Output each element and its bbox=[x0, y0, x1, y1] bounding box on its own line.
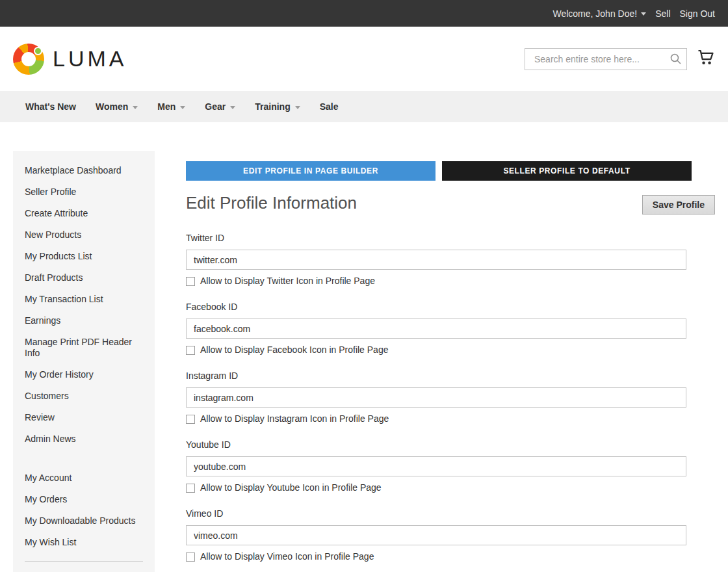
main-nav: What's New Women Men Gear Training Sale bbox=[0, 91, 728, 122]
nav-item-men[interactable]: Men bbox=[148, 91, 195, 122]
sidebar-item-my-wish-list[interactable]: My Wish List bbox=[13, 532, 155, 553]
main-panel: EDIT PROFILE IN PAGE BUILDER SELLER PROF… bbox=[155, 151, 715, 572]
nav-label: Men bbox=[157, 101, 176, 112]
chevron-down-icon bbox=[230, 106, 235, 109]
nav-item-gear[interactable]: Gear bbox=[195, 91, 245, 122]
chevron-down-icon bbox=[641, 12, 646, 16]
youtube-checkbox-row: Allow to Display Youtube Icon in Profile… bbox=[186, 482, 715, 493]
instagram-checkbox-row: Allow to Display Instagram Icon in Profi… bbox=[186, 413, 715, 424]
sidebar-item-my-products-list[interactable]: My Products List bbox=[13, 246, 155, 267]
welcome-text: Welcome, John Doe! bbox=[552, 8, 637, 19]
twitter-checkbox-label: Allow to Display Twitter Icon in Profile… bbox=[200, 276, 375, 287]
sidebar-item-marketplace-dashboard[interactable]: Marketplace Dashboard bbox=[13, 160, 155, 181]
header: LUMA bbox=[0, 27, 728, 91]
facebook-id-input[interactable] bbox=[186, 318, 686, 339]
twitter-display-checkbox[interactable] bbox=[186, 277, 195, 286]
search-input[interactable] bbox=[525, 48, 687, 70]
sidebar: Marketplace Dashboard Seller Profile Cre… bbox=[13, 151, 155, 572]
vimeo-checkbox-row: Allow to Display Vimeo Icon in Profile P… bbox=[186, 551, 715, 562]
youtube-checkbox-label: Allow to Display Youtube Icon in Profile… bbox=[200, 482, 382, 493]
nav-label: Training bbox=[255, 101, 290, 112]
field-group-twitter: Twitter ID Allow to Display Twitter Icon… bbox=[186, 233, 715, 287]
youtube-display-checkbox[interactable] bbox=[186, 484, 195, 493]
action-button-row: EDIT PROFILE IN PAGE BUILDER SELLER PROF… bbox=[186, 161, 692, 181]
chevron-down-icon bbox=[180, 106, 185, 109]
field-group-instagram: Instagram ID Allow to Display Instagram … bbox=[186, 370, 715, 424]
cart-icon[interactable] bbox=[697, 49, 715, 66]
nav-item-training[interactable]: Training bbox=[245, 91, 309, 122]
content-area: Marketplace Dashboard Seller Profile Cre… bbox=[0, 122, 728, 572]
field-group-youtube: Youtube ID Allow to Display Youtube Icon… bbox=[186, 439, 715, 493]
sidebar-item-my-downloadable-products[interactable]: My Downloadable Products bbox=[13, 510, 155, 532]
facebook-checkbox-row: Allow to Display Facebook Icon in Profil… bbox=[186, 344, 715, 356]
nav-item-sale[interactable]: Sale bbox=[310, 91, 348, 122]
sidebar-item-my-order-history[interactable]: My Order History bbox=[13, 364, 155, 385]
sidebar-item-manage-print-pdf-header-info[interactable]: Manage Print PDF Header Info bbox=[13, 332, 155, 364]
instagram-checkbox-label: Allow to Display Instagram Icon in Profi… bbox=[200, 413, 389, 424]
youtube-id-label: Youtube ID bbox=[186, 439, 715, 450]
field-group-vimeo: Vimeo ID Allow to Display Vimeo Icon in … bbox=[186, 508, 715, 562]
chevron-down-icon bbox=[295, 106, 300, 109]
vimeo-checkbox-label: Allow to Display Vimeo Icon in Profile P… bbox=[200, 551, 374, 562]
page-title: Edit Profile Information bbox=[186, 193, 357, 213]
sidebar-item-new-products[interactable]: New Products bbox=[13, 224, 155, 246]
sidebar-account-list: My Account My Orders My Downloadable Pro… bbox=[13, 467, 155, 553]
nav-item-whats-new[interactable]: What's New bbox=[16, 91, 86, 122]
youtube-id-input[interactable] bbox=[186, 456, 686, 476]
sidebar-divider bbox=[25, 561, 143, 562]
save-profile-button[interactable]: Save Profile bbox=[642, 195, 715, 214]
facebook-checkbox-label: Allow to Display Facebook Icon in Profil… bbox=[200, 344, 388, 356]
sidebar-item-seller-profile[interactable]: Seller Profile bbox=[13, 181, 155, 203]
instagram-id-input[interactable] bbox=[186, 387, 686, 408]
profile-form: Twitter ID Allow to Display Twitter Icon… bbox=[186, 233, 715, 562]
nav-label: What's New bbox=[25, 101, 76, 112]
facebook-display-checkbox[interactable] bbox=[186, 346, 195, 355]
sidebar-item-my-orders[interactable]: My Orders bbox=[13, 489, 155, 510]
title-row: Edit Profile Information Save Profile bbox=[186, 193, 715, 214]
sidebar-item-earnings[interactable]: Earnings bbox=[13, 310, 155, 332]
sell-link[interactable]: Sell bbox=[655, 8, 670, 19]
vimeo-id-input[interactable] bbox=[186, 525, 686, 545]
sidebar-item-admin-news[interactable]: Admin News bbox=[13, 428, 155, 450]
facebook-id-label: Facebook ID bbox=[186, 302, 715, 313]
nav-label: Women bbox=[96, 101, 128, 112]
chevron-down-icon bbox=[133, 106, 138, 109]
luma-logo-icon bbox=[13, 44, 44, 75]
sidebar-item-create-attribute[interactable]: Create Attribute bbox=[13, 203, 155, 224]
topbar: Welcome, John Doe! Sell Sign Out bbox=[0, 0, 728, 27]
sign-out-link[interactable]: Sign Out bbox=[680, 8, 715, 19]
edit-profile-page-builder-button[interactable]: EDIT PROFILE IN PAGE BUILDER bbox=[186, 161, 436, 181]
nav-label: Sale bbox=[320, 101, 339, 112]
twitter-id-input[interactable] bbox=[186, 250, 686, 270]
field-group-facebook: Facebook ID Allow to Display Facebook Ic… bbox=[186, 302, 715, 356]
sidebar-marketplace-list: Marketplace Dashboard Seller Profile Cre… bbox=[13, 160, 155, 450]
sidebar-item-review[interactable]: Review bbox=[13, 407, 155, 428]
search-box bbox=[525, 48, 687, 70]
vimeo-display-checkbox[interactable] bbox=[186, 552, 195, 562]
instagram-display-checkbox[interactable] bbox=[186, 415, 195, 424]
nav-label: Gear bbox=[205, 101, 226, 112]
sidebar-item-my-account[interactable]: My Account bbox=[13, 467, 155, 489]
nav-item-women[interactable]: Women bbox=[86, 91, 148, 122]
seller-profile-to-default-button[interactable]: SELLER PROFILE TO DEFAULT bbox=[442, 161, 692, 181]
welcome-menu[interactable]: Welcome, John Doe! bbox=[552, 8, 646, 19]
twitter-checkbox-row: Allow to Display Twitter Icon in Profile… bbox=[186, 276, 715, 287]
search-icon[interactable] bbox=[670, 53, 682, 65]
vimeo-id-label: Vimeo ID bbox=[186, 508, 715, 519]
luma-logo[interactable]: LUMA bbox=[13, 44, 127, 75]
sidebar-item-my-transaction-list[interactable]: My Transaction List bbox=[13, 289, 155, 310]
sidebar-item-customers[interactable]: Customers bbox=[13, 385, 155, 407]
instagram-id-label: Instagram ID bbox=[186, 370, 715, 382]
sidebar-item-draft-products[interactable]: Draft Products bbox=[13, 267, 155, 289]
twitter-id-label: Twitter ID bbox=[186, 233, 715, 244]
logo-text: LUMA bbox=[53, 46, 127, 72]
